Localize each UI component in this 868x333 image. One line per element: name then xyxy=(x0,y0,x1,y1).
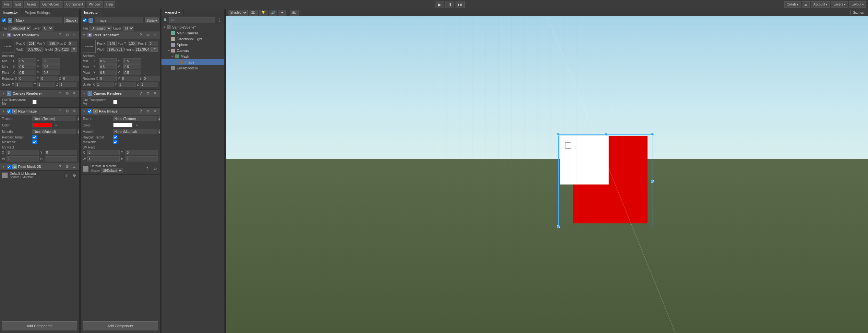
go-name-input[interactable] xyxy=(14,18,62,23)
pos-z-input-2[interactable] xyxy=(149,41,158,46)
rt-more-btn-2[interactable]: ≡ xyxy=(152,32,158,38)
anchor-max-x-2[interactable] xyxy=(99,64,117,69)
audio-btn[interactable]: 🔊 xyxy=(269,10,277,16)
rt-constrain-btn-1[interactable]: R xyxy=(71,47,77,52)
uv-x-1[interactable] xyxy=(6,150,39,155)
anchor-min-y-1[interactable] xyxy=(42,58,60,64)
static-button-2[interactable]: Static ▾ xyxy=(145,18,159,23)
window-menu[interactable]: Window xyxy=(87,1,103,8)
color-picker-1[interactable]: ✏ xyxy=(53,122,59,128)
gameobject-menu[interactable]: GameObject xyxy=(40,1,63,8)
rect-mask-header[interactable]: ▼ M Rect Mask 2D ? ⚙ ≡ xyxy=(0,163,79,170)
uv-w-1[interactable] xyxy=(6,156,39,161)
material-input-1[interactable] xyxy=(32,129,76,134)
add-component-btn-2[interactable]: Add Component xyxy=(83,321,158,330)
gizmos-btn[interactable]: Gizmos xyxy=(850,10,866,15)
uv-y-2[interactable] xyxy=(125,150,158,155)
hierarchy-search-input[interactable] xyxy=(169,17,215,23)
edit-menu[interactable]: Edit xyxy=(13,1,23,8)
canvas-renderer-header-2[interactable]: ▼ C Canvas Renderer ? ⚙ ≡ xyxy=(81,90,160,97)
anchor-min-x-2[interactable] xyxy=(99,58,117,64)
raw-image-header-2[interactable]: ▼ I Raw Image ? ⚙ ≡ xyxy=(81,108,160,115)
anchor-max-y-1[interactable] xyxy=(42,64,60,69)
component-menu[interactable]: Component xyxy=(64,1,86,8)
pivot-x-1[interactable] xyxy=(18,70,36,75)
hierarchy-item-sphere[interactable]: Sphere xyxy=(161,42,224,48)
rm-help[interactable]: ? xyxy=(57,164,63,170)
rect-transform-header-2[interactable]: ▼ ⊞ Rect Transform ? ⚙ ≡ xyxy=(81,31,160,38)
rt-settings-btn-2[interactable]: ⚙ xyxy=(145,32,151,38)
raw-image-header-1[interactable]: ▼ I Raw Image ? ⚙ ≡ xyxy=(0,108,79,115)
cull-transparent-2[interactable] xyxy=(113,100,117,104)
help-menu[interactable]: Help xyxy=(104,1,116,8)
material-input-2[interactable] xyxy=(113,129,157,134)
rot-x-1[interactable] xyxy=(18,76,36,81)
hierarchy-item-directional-light[interactable]: Directional Light xyxy=(161,36,224,42)
inspector-tab-2[interactable]: Inspector xyxy=(81,9,102,16)
rt-constrain-btn-2[interactable]: R xyxy=(151,47,158,52)
hierarchy-item-main-camera[interactable]: Main Camera xyxy=(161,30,224,36)
handle-mid-right[interactable] xyxy=(651,180,654,183)
rm-more[interactable]: ≡ xyxy=(71,164,77,170)
layer-select-2[interactable]: UI xyxy=(123,26,134,31)
uv-h-2[interactable] xyxy=(125,156,158,161)
scene-canvas[interactable] xyxy=(226,16,868,333)
handle-tl[interactable] xyxy=(557,132,560,136)
anchor-min-y-2[interactable] xyxy=(123,58,141,64)
camera-select-btn[interactable]: ⊞0 xyxy=(290,10,299,16)
color-swatch-2[interactable] xyxy=(113,123,133,127)
hierarchy-menu-btn[interactable]: ⋮ xyxy=(217,17,222,23)
handle-top-right[interactable] xyxy=(651,132,654,136)
maskable-2[interactable] xyxy=(113,140,117,144)
cr-more-1[interactable]: ≡ xyxy=(71,90,77,96)
pivot-x-2[interactable] xyxy=(99,70,117,75)
uv-x-2[interactable] xyxy=(87,150,120,155)
scale-y-1[interactable] xyxy=(37,82,55,87)
anchor-max-y-2[interactable] xyxy=(123,64,141,69)
rot-x-2[interactable] xyxy=(99,76,117,81)
anchor-min-x-1[interactable] xyxy=(18,58,36,64)
handle-tr[interactable] xyxy=(605,132,608,136)
rot-y-2[interactable] xyxy=(121,76,139,81)
pivot-y-2[interactable] xyxy=(123,70,141,75)
rt-settings-btn-1[interactable]: ⚙ xyxy=(64,32,70,38)
texture-input-1[interactable] xyxy=(32,116,76,121)
pos-y-input-1[interactable] xyxy=(47,41,56,46)
height-input-2[interactable] xyxy=(134,47,151,52)
maskable-1[interactable] xyxy=(32,140,37,144)
scale-y-2[interactable] xyxy=(118,82,136,87)
cr-settings-2[interactable]: ⚙ xyxy=(145,90,151,96)
shader-select-2[interactable]: UI/Default xyxy=(101,168,123,173)
pos-x-input-1[interactable] xyxy=(27,41,36,46)
mat-settings-1[interactable]: ⚙ xyxy=(71,173,77,178)
rect-transform-header-1[interactable]: ▼ ⊞ Rect Transform ? ⚙ ≡ xyxy=(0,31,79,38)
color-picker-2[interactable]: ✏ xyxy=(134,122,140,128)
static-button[interactable]: Static ▾ xyxy=(64,18,78,23)
go-active-checkbox[interactable] xyxy=(2,19,6,22)
fx-btn[interactable]: ✦ xyxy=(279,10,286,16)
raw-image-enabled-1[interactable] xyxy=(7,109,11,114)
raycast-target-2[interactable] xyxy=(113,135,117,140)
rt-more-btn-1[interactable]: ≡ xyxy=(71,32,77,38)
scale-x-1[interactable] xyxy=(15,82,33,87)
collab-btn[interactable]: Collab ▾ xyxy=(784,1,801,8)
ri-more-2[interactable]: ≡ xyxy=(152,108,158,114)
rot-z-2[interactable] xyxy=(143,76,160,81)
go-name-input-2[interactable] xyxy=(95,18,143,23)
scale-z-2[interactable] xyxy=(140,82,158,87)
scale-z-1[interactable] xyxy=(59,82,77,87)
rt-help-btn-1[interactable]: ? xyxy=(57,32,63,38)
shading-select[interactable]: Shaded xyxy=(228,10,248,16)
uv-h-1[interactable] xyxy=(45,156,77,161)
tag-select[interactable]: Untagged xyxy=(8,26,31,31)
handle-bl[interactable] xyxy=(557,225,560,228)
add-component-btn-1[interactable]: Add Component xyxy=(2,321,77,330)
scale-x-2[interactable] xyxy=(96,82,114,87)
account-btn[interactable]: Account ▾ xyxy=(811,1,830,8)
rot-z-1[interactable] xyxy=(62,76,80,81)
mat-help-1[interactable]: ? xyxy=(64,173,69,178)
ri-more-1[interactable]: ≡ xyxy=(71,108,77,114)
mat-settings-2[interactable]: ⚙ xyxy=(152,166,158,172)
rt-help-btn-2[interactable]: ? xyxy=(138,32,144,38)
rot-y-1[interactable] xyxy=(40,76,58,81)
